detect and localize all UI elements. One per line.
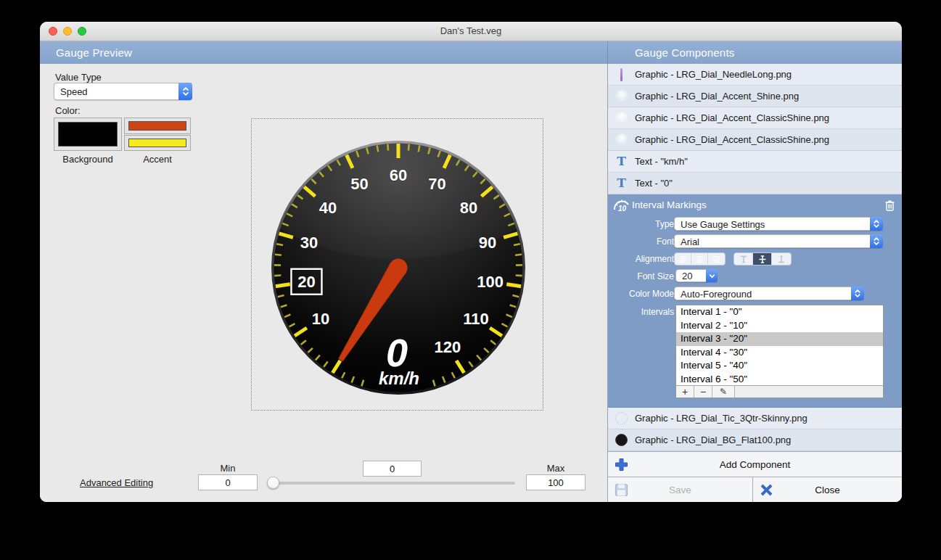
background-color-swatch[interactable] <box>54 118 122 151</box>
type-value: Use Gauge Settings <box>681 218 765 229</box>
color-mode-dropdown[interactable]: Auto-Foreground <box>674 287 864 300</box>
valign-top-icon[interactable] <box>734 253 753 265</box>
svg-text:60: 60 <box>390 166 407 184</box>
save-button[interactable]: Save <box>608 477 753 502</box>
component-row-needle[interactable]: Graphic - LRG_Dial_NeedleLong.png <box>608 64 902 86</box>
component-row-tic[interactable]: Graphic - LRG_Dial_Tic_3Qtr-Skinny.png <box>608 408 902 429</box>
intervals-toolbar: + − ✎ <box>676 385 883 398</box>
gauge-dial[interactable]: 1020304050607080901001101200km/h <box>270 139 527 396</box>
add-component-button[interactable]: Add Component <box>608 451 902 477</box>
component-label: Text - "km/h" <box>635 156 688 167</box>
chevron-down-icon <box>706 269 718 282</box>
interval-item[interactable]: Interval 5 - "40" <box>676 359 883 373</box>
tic-graphic-icon <box>608 412 635 424</box>
svg-text:110: 110 <box>463 310 489 328</box>
svg-text:40: 40 <box>319 199 337 217</box>
chevron-updown-icon <box>851 287 864 300</box>
background-swatch-label: Background <box>54 154 122 165</box>
svg-text:10: 10 <box>618 205 627 213</box>
slider-track[interactable] <box>267 482 515 485</box>
chevron-updown-icon <box>178 83 192 100</box>
component-row-text-0[interactable]: T Text - "0" <box>608 173 902 194</box>
svg-text:80: 80 <box>460 199 477 217</box>
text-icon: T <box>608 155 635 168</box>
gauge-preview-header: Gauge Preview <box>56 46 132 59</box>
svg-text:100: 100 <box>477 273 504 291</box>
chevron-updown-icon <box>870 217 883 231</box>
component-label: Graphic - LRG_Dial_Accent_Shine.png <box>635 91 799 102</box>
interval-markings-section[interactable]: 10 Interval Markings Type Use Gauge <box>608 194 902 408</box>
vertical-alignment-group <box>734 252 792 265</box>
valign-bottom-icon[interactable] <box>772 253 791 265</box>
font-size-dropdown[interactable]: 20 <box>675 269 718 282</box>
accent-color-swatch-2[interactable] <box>124 135 191 151</box>
remove-interval-button[interactable]: − <box>694 386 712 398</box>
component-label: Graphic - LRG_Dial_Tic_3Qtr-Skinny.png <box>635 413 808 424</box>
bg-graphic-icon <box>608 434 635 446</box>
font-size-label: Font Size <box>613 271 674 281</box>
text-icon: T <box>608 177 635 189</box>
shine-graphic-icon <box>608 90 635 103</box>
interval-item[interactable]: Interval 6 - "50" <box>676 373 883 385</box>
panel-headers: Gauge Preview Gauge Components <box>40 41 902 64</box>
component-label: Graphic - LRG_Dial_Accent_ClassicShine.p… <box>635 134 829 145</box>
component-row-text-kmh[interactable]: T Text - "km/h" <box>608 151 902 173</box>
interval-item[interactable]: Interval 2 - "10" <box>676 319 883 333</box>
interval-item[interactable]: Interval 4 - "30" <box>676 346 883 360</box>
add-interval-button[interactable]: + <box>676 386 694 398</box>
window-title: Dan's Test.veg <box>40 25 902 36</box>
align-left-icon[interactable] <box>675 253 691 265</box>
svg-text:30: 30 <box>300 234 318 252</box>
close-label: Close <box>815 485 840 495</box>
font-size-value: 20 <box>682 271 692 281</box>
valign-middle-icon[interactable] <box>753 253 772 265</box>
font-value: Arial <box>681 236 699 247</box>
svg-text:50: 50 <box>350 175 368 193</box>
font-dropdown[interactable]: Arial <box>674 234 883 248</box>
close-button[interactable]: Close <box>753 477 902 502</box>
title-bar[interactable]: Dan's Test.veg <box>40 22 902 41</box>
svg-text:20: 20 <box>297 273 315 291</box>
accent-color-swatch-1[interactable] <box>124 118 191 134</box>
current-value-input[interactable] <box>363 461 422 477</box>
color-mode-label: Color Mode <box>613 289 674 299</box>
accent-swatch-label: Accent <box>124 154 191 165</box>
component-row-accent-shine[interactable]: Graphic - LRG_Dial_Accent_Shine.png <box>608 86 902 107</box>
svg-text:0: 0 <box>386 331 408 374</box>
intervals-listbox: Interval 1 - "0" Interval 2 - "10" Inter… <box>675 305 884 398</box>
component-label: Graphic - LRG_Dial_Accent_ClassicShine.p… <box>635 112 829 123</box>
align-center-icon[interactable] <box>691 253 708 265</box>
chevron-updown-icon <box>870 234 883 248</box>
gauge-preview-pane: Value Type Speed Color: Background Accen… <box>40 64 607 502</box>
svg-text:70: 70 <box>428 175 445 193</box>
value-type-value: Speed <box>60 86 88 97</box>
value-type-dropdown[interactable]: Speed <box>54 83 192 100</box>
interval-markings-icon: 10 <box>612 197 630 218</box>
component-label: Graphic - LRG_Dial_NeedleLong.png <box>635 69 792 80</box>
color-label: Color: <box>55 105 81 116</box>
shine-graphic-icon <box>608 112 635 125</box>
type-label: Type <box>613 219 674 229</box>
component-row-dial-bg[interactable]: Graphic - LRG_Dial_BG_Flat100.png <box>608 429 902 451</box>
slider-thumb[interactable] <box>267 477 279 489</box>
save-icon <box>615 483 628 499</box>
min-input[interactable] <box>198 474 258 490</box>
component-label: Text - "0" <box>635 178 673 189</box>
app-window: Dan's Test.veg Gauge Preview Gauge Compo… <box>40 22 902 502</box>
component-row-classic-shine-1[interactable]: Graphic - LRG_Dial_Accent_ClassicShine.p… <box>608 107 902 129</box>
interval-item[interactable]: Interval 3 - "20" <box>676 332 883 346</box>
trash-icon[interactable] <box>884 199 895 213</box>
edit-interval-button[interactable]: ✎ <box>712 386 735 398</box>
max-input[interactable] <box>526 474 585 490</box>
shine-graphic-icon <box>608 133 635 147</box>
alignment-label: Alignment <box>613 254 674 264</box>
font-label: Font <box>613 236 674 247</box>
value-slider[interactable] <box>267 476 515 489</box>
advanced-editing-link[interactable]: Advanced Editing <box>80 477 153 488</box>
component-row-classic-shine-2[interactable]: Graphic - LRG_Dial_Accent_ClassicShine.p… <box>608 129 902 151</box>
horizontal-alignment-group <box>674 252 726 265</box>
align-right-icon[interactable] <box>708 253 725 265</box>
gauge-components-header: Gauge Components <box>635 46 734 59</box>
interval-item[interactable]: Interval 1 - "0" <box>676 305 883 319</box>
type-dropdown[interactable]: Use Gauge Settings <box>674 217 883 231</box>
